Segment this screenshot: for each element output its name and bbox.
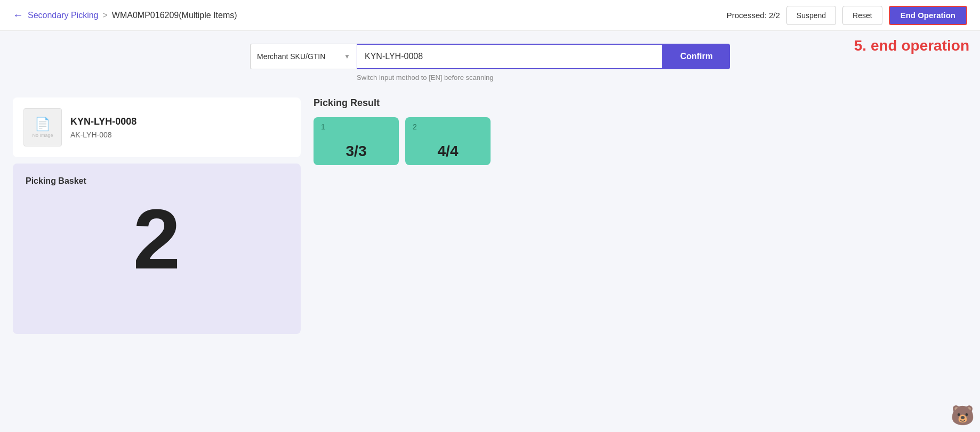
step-annotation: 5. end operation	[854, 37, 969, 54]
picking-result-title: Picking Result	[314, 97, 967, 109]
search-row: Merchant SKU/GTINBarcodeSKU ▼ Confirm	[250, 44, 730, 69]
product-sku: KYN-LYH-0008	[70, 116, 290, 127]
left-panel: 📄 No Image KYN-LYH-0008 AK-LYH-008 Picki…	[13, 97, 301, 334]
breadcrumb-secondary[interactable]: Secondary Picking	[28, 11, 99, 20]
picking-basket-card: Picking Basket 2	[13, 164, 301, 334]
no-image-label: No Image	[32, 133, 53, 138]
end-operation-button[interactable]: End Operation	[889, 6, 967, 25]
header-right: Processed: 2/2 Suspend Reset End Operati…	[727, 6, 967, 25]
suspend-button[interactable]: Suspend	[786, 6, 836, 25]
breadcrumb-current: WMA0MP016209(Multiple Items)	[112, 11, 237, 20]
breadcrumb-separator: >	[103, 11, 108, 20]
main-content: 📄 No Image KYN-LYH-0008 AK-LYH-008 Picki…	[0, 87, 980, 345]
product-alt-id: AK-LYH-008	[70, 131, 290, 139]
result-card-index: 2	[413, 123, 483, 131]
back-button[interactable]: ←	[13, 9, 23, 21]
result-card: 2 4/4	[405, 117, 491, 165]
select-arrow-icon: ▼	[344, 53, 350, 60]
mascot: 🐻	[951, 404, 975, 427]
right-panel: Picking Result 1 3/3 2 4/4	[314, 97, 967, 334]
search-input[interactable]	[357, 44, 663, 69]
scan-hint: Switch input method to [EN] before scann…	[250, 74, 730, 81]
result-card-value: 4/4	[413, 143, 483, 160]
product-info: KYN-LYH-0008 AK-LYH-008	[70, 116, 290, 139]
no-image-icon: 📄	[35, 117, 51, 132]
product-card: 📄 No Image KYN-LYH-0008 AK-LYH-008	[13, 97, 301, 157]
reset-button[interactable]: Reset	[842, 6, 882, 25]
sku-select[interactable]: Merchant SKU/GTINBarcodeSKU	[257, 52, 340, 61]
basket-number: 2	[26, 197, 288, 282]
picking-basket-title: Picking Basket	[26, 176, 288, 186]
result-card-index: 1	[321, 123, 391, 131]
search-area: Merchant SKU/GTINBarcodeSKU ▼ Confirm Sw…	[0, 31, 980, 87]
header-left: ← Secondary Picking > WMA0MP016209(Multi…	[13, 9, 727, 21]
confirm-button[interactable]: Confirm	[663, 44, 730, 69]
header: ← Secondary Picking > WMA0MP016209(Multi…	[0, 0, 980, 31]
result-card: 1 3/3	[314, 117, 399, 165]
result-cards: 1 3/3 2 4/4	[314, 117, 967, 165]
processed-count: Processed: 2/2	[727, 11, 780, 20]
result-card-value: 3/3	[321, 143, 391, 160]
product-image: 📄 No Image	[23, 108, 62, 146]
sku-select-wrapper[interactable]: Merchant SKU/GTINBarcodeSKU ▼	[250, 44, 357, 69]
